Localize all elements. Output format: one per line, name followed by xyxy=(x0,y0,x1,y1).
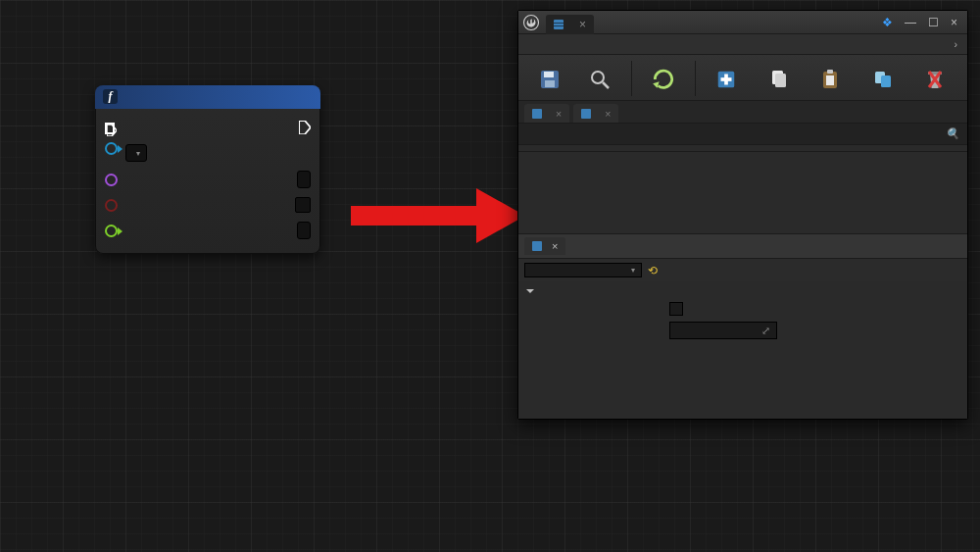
chevron-down-icon: ▾ xyxy=(136,149,140,158)
table-row[interactable] xyxy=(518,152,967,158)
window-link-icon[interactable]: ❖ xyxy=(882,16,893,29)
svg-rect-0 xyxy=(351,206,478,226)
exec-in-pin[interactable] xyxy=(105,123,115,134)
row-editor-tabbar: × xyxy=(518,233,967,259)
data-table-editor-window: × ❖ — ☐ × › xyxy=(517,10,968,420)
svg-rect-7 xyxy=(544,72,554,77)
copy-button[interactable] xyxy=(754,65,803,96)
search-input[interactable]: 🔍 xyxy=(518,123,967,145)
copy-icon xyxy=(765,67,791,92)
search-icon: 🔍 xyxy=(946,127,959,140)
svg-rect-8 xyxy=(545,80,555,87)
svg-point-9 xyxy=(592,72,604,83)
menubar: › xyxy=(518,34,967,55)
close-tab-icon[interactable]: × xyxy=(556,108,562,120)
save-button[interactable] xyxy=(526,65,573,96)
remove-button[interactable] xyxy=(911,65,960,96)
data-table-grid[interactable] xyxy=(518,145,967,233)
reimport-button[interactable] xyxy=(640,65,687,96)
svg-rect-24 xyxy=(581,109,591,119)
chevron-right-icon[interactable]: › xyxy=(955,38,958,50)
node-body: ▾ xyxy=(95,109,320,254)
browse-button[interactable] xyxy=(577,65,624,96)
close-tab-icon[interactable]: × xyxy=(579,18,586,31)
detail-row-test-float: ⤢ xyxy=(518,319,967,342)
svg-rect-21 xyxy=(881,75,891,87)
table-icon xyxy=(581,109,591,119)
maximize-button[interactable]: ☐ xyxy=(928,16,939,29)
expand-icon xyxy=(526,289,534,293)
window-titlebar[interactable]: × ❖ — ☐ × xyxy=(518,11,967,34)
detail-bool-checkbox[interactable] xyxy=(669,302,683,316)
remove-icon xyxy=(922,67,948,92)
save-icon xyxy=(537,67,563,92)
window-tab[interactable]: × xyxy=(546,15,594,34)
minimize-button[interactable]: — xyxy=(905,16,916,29)
chevron-down-icon: ▾ xyxy=(631,266,635,275)
svg-rect-5 xyxy=(554,25,564,26)
row-type-label: › xyxy=(953,38,958,50)
svg-line-10 xyxy=(603,82,609,88)
unreal-logo-icon xyxy=(522,14,540,31)
svg-rect-23 xyxy=(532,109,542,119)
detail-row-test-bool xyxy=(518,299,967,319)
function-icon: f xyxy=(103,89,118,104)
duplicate-icon xyxy=(870,67,896,92)
close-tab-icon[interactable]: × xyxy=(552,240,558,252)
table-header xyxy=(518,145,967,152)
tab-row-editor[interactable]: × xyxy=(524,237,565,255)
browse-icon xyxy=(587,67,612,92)
struct-bool-checkbox[interactable] xyxy=(295,197,311,213)
svg-rect-3 xyxy=(554,20,564,29)
exec-out-pin[interactable] xyxy=(299,121,311,137)
svg-rect-18 xyxy=(827,70,833,74)
svg-rect-25 xyxy=(532,241,542,251)
panel-tabs: × × xyxy=(518,101,967,123)
add-icon xyxy=(713,67,739,92)
detail-float-input[interactable]: ⤢ xyxy=(669,322,777,339)
toolbar xyxy=(518,55,967,101)
details-panel: ⤢ xyxy=(518,281,967,419)
data-table-pin[interactable] xyxy=(105,142,118,155)
blueprint-node[interactable]: f ▾ xyxy=(95,85,320,254)
rowname-toolbar: ▾ ⟲ xyxy=(518,259,967,281)
tab-data-table-details[interactable]: × xyxy=(573,104,618,123)
table-icon xyxy=(532,241,542,251)
rowname-dropdown[interactable]: ▾ xyxy=(524,263,642,277)
revert-icon[interactable]: ⟲ xyxy=(648,264,658,277)
table-icon xyxy=(532,109,542,119)
expand-icon[interactable]: ⤢ xyxy=(761,325,770,336)
duplicate-button[interactable] xyxy=(858,65,907,96)
tab-data-table[interactable]: × xyxy=(524,104,569,123)
node-header[interactable]: f xyxy=(95,85,320,109)
row-name-pin[interactable] xyxy=(105,174,118,186)
table-icon xyxy=(554,20,564,29)
struct-float-input[interactable] xyxy=(297,222,311,239)
struct-float-pin[interactable] xyxy=(105,225,118,237)
data-table-dropdown[interactable]: ▾ xyxy=(125,144,147,162)
svg-rect-16 xyxy=(775,74,786,87)
svg-rect-19 xyxy=(826,75,834,85)
arrow-icon xyxy=(351,188,527,243)
paste-icon xyxy=(817,67,843,92)
details-group-header[interactable] xyxy=(518,283,967,299)
reimport-icon xyxy=(651,67,676,92)
add-button[interactable] xyxy=(704,65,751,96)
paste-button[interactable] xyxy=(807,65,856,96)
close-window-button[interactable]: × xyxy=(951,16,957,29)
row-name-input[interactable] xyxy=(297,171,311,188)
close-tab-icon[interactable]: × xyxy=(605,108,611,120)
svg-rect-4 xyxy=(554,23,564,24)
svg-rect-14 xyxy=(721,77,732,81)
struct-bool-pin[interactable] xyxy=(105,199,118,212)
